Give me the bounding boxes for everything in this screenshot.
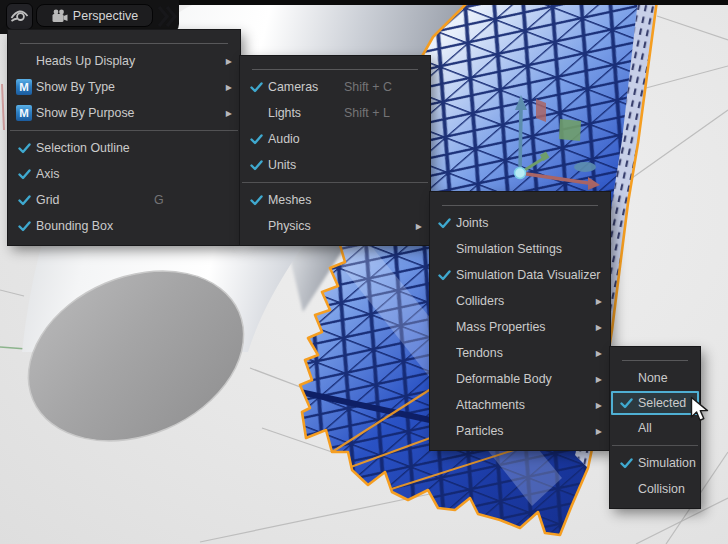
toolbar-expand-chevron[interactable] bbox=[155, 4, 177, 29]
menu-item-label: Cameras bbox=[268, 80, 318, 94]
menu-item-lights[interactable]: LightsShift + L bbox=[240, 100, 430, 126]
mouse-cursor bbox=[690, 396, 710, 424]
check-icon bbox=[14, 221, 34, 232]
menu-top-separator bbox=[442, 205, 598, 206]
menu-item-label: Units bbox=[268, 158, 296, 172]
menu-item-label: Particles bbox=[456, 424, 504, 438]
menu-item-label: Audio bbox=[268, 132, 300, 146]
menu-item-physics[interactable]: Physics▶ bbox=[240, 213, 430, 239]
menu-separator bbox=[612, 445, 698, 446]
check-icon bbox=[14, 169, 34, 180]
show-by-type-submenu-panel: CamerasShift + CLightsShift + LAudioUnit… bbox=[240, 56, 430, 245]
menu-item-audio[interactable]: Audio bbox=[240, 126, 430, 152]
menu-item-grid[interactable]: GridG bbox=[8, 187, 240, 213]
menu-item-selected[interactable]: Selected bbox=[611, 391, 699, 415]
menu-item-label: Joints bbox=[456, 216, 488, 230]
physics-submenu-panel: JointsSimulation SettingsSimulation Data… bbox=[430, 192, 610, 450]
menu-separator bbox=[10, 130, 238, 131]
menu-item-bounding-box[interactable]: Bounding Box bbox=[8, 213, 240, 239]
menu-item-show-by-type[interactable]: MShow By Type▶ bbox=[8, 74, 240, 100]
camera-button-label: Perspective bbox=[73, 9, 138, 23]
menu-item-all[interactable]: All bbox=[610, 415, 700, 441]
shortcut-label: Shift + L bbox=[344, 106, 422, 120]
m-icon: M bbox=[16, 105, 32, 121]
menu-item-label: Show By Purpose bbox=[36, 106, 135, 120]
menu-item-label: Colliders bbox=[456, 294, 504, 308]
menu-item-meshes[interactable]: Meshes bbox=[240, 187, 430, 213]
menu-item-label: Simulation Data Visualizer bbox=[456, 268, 600, 282]
menu-item-label: All bbox=[638, 421, 652, 435]
menu-item-deformable-body[interactable]: Deformable Body▶ bbox=[430, 366, 610, 392]
menu-item-label: Physics bbox=[268, 219, 311, 233]
submenu-arrow-icon: ▶ bbox=[588, 297, 602, 306]
shortcut-label: Shift + C bbox=[344, 80, 422, 94]
menu-item-label: Simulation bbox=[638, 456, 696, 470]
menu-top-separator bbox=[20, 43, 228, 44]
menu-top-separator bbox=[252, 69, 418, 70]
menu-item-selection-outline[interactable]: Selection Outline bbox=[8, 135, 240, 161]
submenu-arrow-icon: ▶ bbox=[588, 401, 602, 410]
menu-item-collision[interactable]: Collision bbox=[610, 476, 700, 502]
menu-item-simulation-settings[interactable]: Simulation Settings bbox=[430, 236, 610, 262]
grid-x-axis-line bbox=[2, 84, 4, 130]
shortcut-label: G bbox=[154, 193, 232, 207]
menu-item-label: Axis bbox=[36, 167, 59, 181]
menu-item-simulation[interactable]: Simulation bbox=[610, 450, 700, 476]
menu-item-label: Grid bbox=[36, 193, 59, 207]
menu-item-axis[interactable]: Axis bbox=[8, 161, 240, 187]
camera-perspective-button[interactable]: Perspective bbox=[36, 4, 153, 27]
submenu-arrow-icon: ▶ bbox=[218, 57, 232, 66]
menu-item-units[interactable]: Units bbox=[240, 152, 430, 178]
eye-icon bbox=[10, 9, 29, 24]
submenu-arrow-icon: ▶ bbox=[588, 349, 602, 358]
check-icon bbox=[616, 458, 636, 469]
menu-item-label: Mass Properties bbox=[456, 320, 546, 334]
submenu-arrow-icon: ▶ bbox=[588, 323, 602, 332]
submenu-arrow-icon: ▶ bbox=[588, 427, 602, 436]
check-icon bbox=[434, 218, 454, 229]
check-icon bbox=[14, 195, 34, 206]
menu-item-colliders[interactable]: Colliders▶ bbox=[430, 288, 610, 314]
menu-item-attachments[interactable]: Attachments▶ bbox=[430, 392, 610, 418]
menu-item-particles[interactable]: Particles▶ bbox=[430, 418, 610, 444]
menu-item-label: Heads Up Display bbox=[36, 54, 135, 68]
check-icon bbox=[14, 143, 34, 154]
icon-slot: M bbox=[14, 79, 34, 95]
visibility-options-button[interactable] bbox=[6, 3, 33, 30]
menu-item-joints[interactable]: Joints bbox=[430, 210, 610, 236]
double-chevron-icon bbox=[155, 4, 177, 29]
submenu-arrow-icon: ▶ bbox=[408, 222, 422, 231]
menu-top-separator bbox=[622, 360, 688, 361]
check-icon bbox=[434, 270, 454, 281]
check-icon bbox=[616, 398, 636, 409]
menu-item-show-by-purpose[interactable]: MShow By Purpose▶ bbox=[8, 100, 240, 126]
menu-item-label: Bounding Box bbox=[36, 219, 113, 233]
check-icon bbox=[246, 134, 266, 145]
menu-item-none[interactable]: None bbox=[610, 365, 700, 391]
menu-item-label: Selected bbox=[638, 396, 686, 410]
menu-item-tendons[interactable]: Tendons▶ bbox=[430, 340, 610, 366]
camera-icon bbox=[51, 9, 68, 23]
menu-item-label: Simulation Settings bbox=[456, 242, 562, 256]
menu-item-label: Tendons bbox=[456, 346, 503, 360]
menu-item-label: Meshes bbox=[268, 193, 311, 207]
menu-item-cameras[interactable]: CamerasShift + C bbox=[240, 74, 430, 100]
menu-item-heads-up-display[interactable]: Heads Up Display▶ bbox=[8, 48, 240, 74]
check-icon bbox=[246, 195, 266, 206]
check-icon bbox=[246, 82, 266, 93]
visibility-menu-panel: Heads Up Display▶MShow By Type▶MShow By … bbox=[8, 30, 240, 245]
menu-item-mass-properties[interactable]: Mass Properties▶ bbox=[430, 314, 610, 340]
submenu-arrow-icon: ▶ bbox=[588, 375, 602, 384]
menu-item-simulation-data-visualizer[interactable]: Simulation Data Visualizer bbox=[430, 262, 610, 288]
menu-item-label: Collision bbox=[638, 482, 685, 496]
tendons-submenu-panel: NoneSelectedAllSimulationCollision bbox=[610, 347, 700, 508]
m-icon: M bbox=[16, 79, 32, 95]
menu-item-label: Lights bbox=[268, 106, 301, 120]
icon-slot: M bbox=[14, 105, 34, 121]
menu-separator bbox=[242, 182, 428, 183]
submenu-arrow-icon: ▶ bbox=[218, 83, 232, 92]
check-icon bbox=[246, 160, 266, 171]
menu-item-label: Selection Outline bbox=[36, 141, 130, 155]
menu-item-label: None bbox=[638, 371, 668, 385]
submenu-arrow-icon: ▶ bbox=[218, 109, 232, 118]
